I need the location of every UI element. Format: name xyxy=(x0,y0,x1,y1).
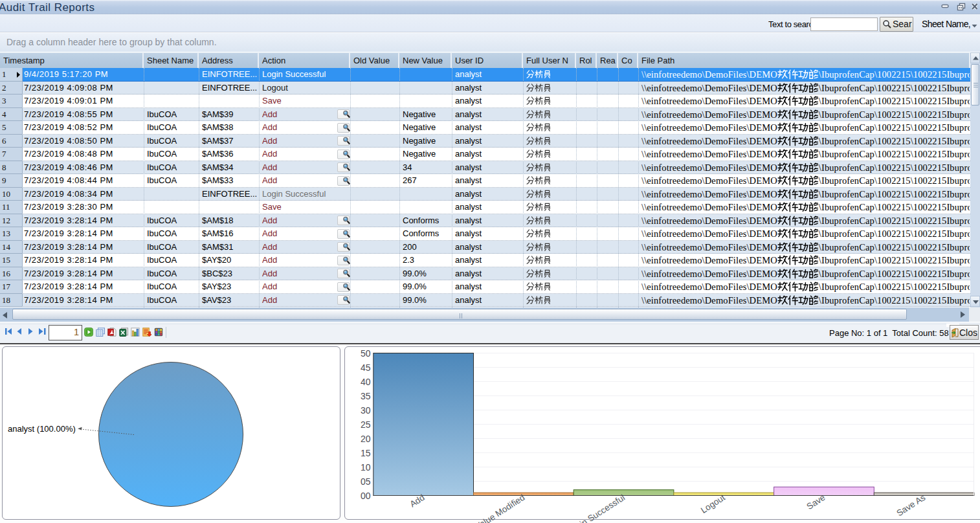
svg-text:15: 15 xyxy=(360,448,370,458)
svg-text:05: 05 xyxy=(360,476,370,487)
svg-text:00: 00 xyxy=(360,491,370,501)
svg-text:45: 45 xyxy=(360,362,370,373)
svg-text:35: 35 xyxy=(360,391,370,401)
svg-text:25: 25 xyxy=(360,419,370,430)
svg-text:Save As: Save As xyxy=(895,493,927,518)
svg-text:50: 50 xyxy=(360,348,370,359)
svg-text:analyst (100.00%): analyst (100.00%) xyxy=(8,424,76,434)
svg-text:20: 20 xyxy=(360,434,370,444)
svg-text:40: 40 xyxy=(360,377,370,387)
svg-text:Value Modified: Value Modified xyxy=(473,493,526,523)
svg-text:10: 10 xyxy=(360,462,370,473)
svg-text:Login Successful: Login Successful xyxy=(566,493,627,523)
svg-text:30: 30 xyxy=(360,405,370,416)
